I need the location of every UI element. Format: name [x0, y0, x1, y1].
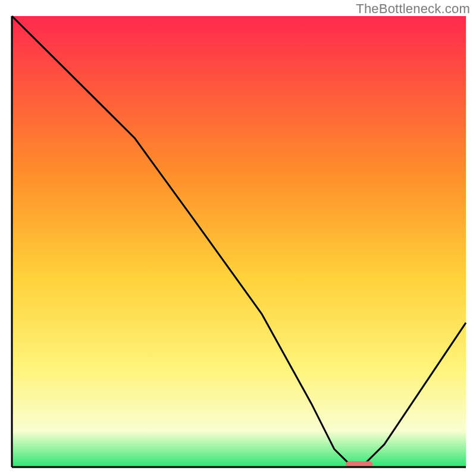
bottleneck-chart: [0, 0, 476, 476]
chart-stage: TheBottleneck.com: [0, 0, 476, 476]
